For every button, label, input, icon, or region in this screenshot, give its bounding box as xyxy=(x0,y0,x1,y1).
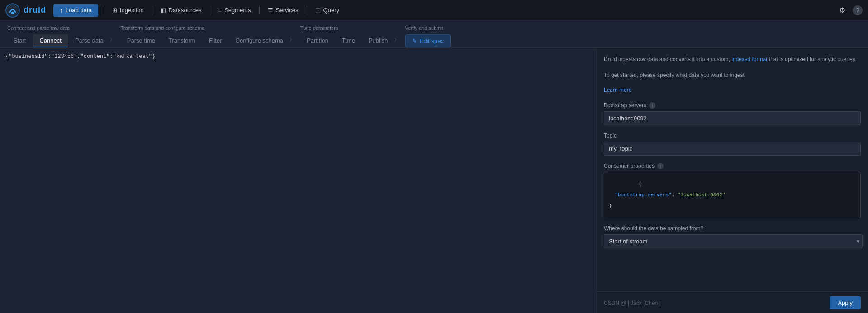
settings-button[interactable]: ⚙ xyxy=(837,4,847,16)
code-key: "bootstrap.servers" xyxy=(615,192,671,198)
tab-configure-schema[interactable]: Configure schema xyxy=(229,34,290,47)
tab-connect[interactable]: Connect xyxy=(33,34,67,47)
info-paragraph: Druid ingests raw data and converts it i… xyxy=(604,55,861,64)
nav-services[interactable]: ☰ Services xyxy=(261,4,305,16)
tab-edit-spec[interactable]: ✎ Edit spec xyxy=(405,34,451,47)
nav-separator-4 xyxy=(259,6,260,15)
code-val: "localhost:9092" xyxy=(678,192,726,198)
footer-credit: CSDN @ | Jack_Chen | xyxy=(604,300,661,306)
indexed-format-link[interactable]: indexed format xyxy=(731,56,767,62)
section2-label: Transform data and configure schema xyxy=(121,25,289,32)
logo-text: druid xyxy=(24,5,46,15)
sample-from-group: Where should the data be sampled from? S… xyxy=(604,225,861,248)
learn-more-link[interactable]: Learn more xyxy=(604,87,861,93)
section4-label: Verify and submit xyxy=(405,25,451,32)
help-button[interactable]: ? xyxy=(853,5,863,15)
tab-publish[interactable]: Publish xyxy=(362,34,394,47)
consumer-properties-label: Consumer properties i xyxy=(604,163,861,169)
services-icon: ☰ xyxy=(268,7,273,14)
consumer-properties-code: { "bootstrap.servers": "localhost:9092" … xyxy=(604,172,861,218)
section3-label: Tune parameters xyxy=(300,25,394,32)
bootstrap-info-icon[interactable]: i xyxy=(649,102,655,109)
nav-datasources[interactable]: ◧ Datasources xyxy=(154,4,208,16)
tab-filter[interactable]: Filter xyxy=(203,34,228,47)
bootstrap-servers-group: Bootstrap servers i xyxy=(604,102,861,125)
svg-point-1 xyxy=(11,12,14,14)
top-nav: druid ↑ Load data ⊞ Ingestion ◧ Datasour… xyxy=(0,0,868,21)
info-paragraph-2: To get started, please specify what data… xyxy=(604,71,861,80)
sample-from-select[interactable]: Start of stream End of stream xyxy=(604,234,863,248)
tab-tune[interactable]: Tune xyxy=(336,34,361,47)
nav-segments[interactable]: ≡ Segments xyxy=(212,4,257,16)
tab-start[interactable]: Start xyxy=(7,34,32,47)
section2-tabs: Parse time Transform Filter Configure sc… xyxy=(121,34,289,47)
consumer-properties-group: Consumer properties i { "bootstrap.serve… xyxy=(604,163,861,218)
right-panel: Druid ingests raw data and converts it i… xyxy=(597,48,868,313)
wizard-section-4: Verify and submit ✎ Edit spec xyxy=(405,25,451,47)
topic-input[interactable] xyxy=(604,142,861,156)
nav-separator xyxy=(104,6,104,15)
wizard-section-1: Connect and parse raw data Start Connect… xyxy=(7,25,110,47)
section1-label: Connect and parse raw data xyxy=(7,25,110,32)
topic-label: Topic xyxy=(604,133,861,139)
segments-icon: ≡ xyxy=(218,7,222,14)
section4-tabs: ✎ Edit spec xyxy=(405,34,451,47)
upload-icon: ↑ xyxy=(60,7,63,14)
consumer-properties-info-icon[interactable]: i xyxy=(657,163,664,169)
nav-ingestion[interactable]: ⊞ Ingestion xyxy=(106,4,150,16)
section1-tabs: Start Connect Parse data xyxy=(7,34,110,47)
wizard-sections: Connect and parse raw data Start Connect… xyxy=(7,25,861,47)
sample-from-row: Start of stream End of stream ▼ xyxy=(604,234,861,248)
tab-transform[interactable]: Transform xyxy=(162,34,202,47)
apply-button[interactable]: Apply xyxy=(830,296,861,309)
section3-tabs: Partition Tune Publish xyxy=(300,34,394,47)
bootstrap-label: Bootstrap servers i xyxy=(604,102,861,109)
query-icon: ◫ xyxy=(315,7,321,14)
nav-query[interactable]: ◫ Query xyxy=(309,4,346,16)
ingestion-icon: ⊞ xyxy=(112,7,117,14)
tab-partition[interactable]: Partition xyxy=(300,34,335,47)
right-panel-footer: CSDN @ | Jack_Chen | Apply xyxy=(597,291,868,313)
right-panel-content: Druid ingests raw data and converts it i… xyxy=(597,48,868,291)
tab-parse-time[interactable]: Parse time xyxy=(121,34,161,47)
section-divider-1: › xyxy=(110,25,121,47)
main-content: {"businessId":"123456","content":"kafka … xyxy=(0,48,868,313)
nav-separator-2 xyxy=(152,6,152,15)
svg-point-0 xyxy=(6,4,19,17)
wizard-section-3: Tune parameters Partition Tune Publish xyxy=(300,25,394,47)
nav-separator-5 xyxy=(307,6,307,15)
bootstrap-input[interactable] xyxy=(604,111,861,125)
section-divider-2: › xyxy=(289,25,300,47)
edit-spec-icon: ✎ xyxy=(412,38,417,44)
sample-from-label: Where should the data be sampled from? xyxy=(604,225,861,232)
load-data-button[interactable]: ↑ Load data xyxy=(53,4,98,17)
raw-data-display: {"businessId":"123456","content":"kafka … xyxy=(5,53,591,60)
wizard-section-2: Transform data and configure schema Pars… xyxy=(121,25,289,47)
section-divider-3: › xyxy=(394,25,405,47)
tab-parse-data[interactable]: Parse data xyxy=(69,34,110,47)
topic-group: Topic xyxy=(604,133,861,156)
datasources-icon: ◧ xyxy=(161,7,166,14)
logo-area: druid xyxy=(5,3,46,18)
data-panel: {"businessId":"123456","content":"kafka … xyxy=(0,48,597,313)
nav-separator-3 xyxy=(210,6,210,15)
druid-logo xyxy=(5,3,20,18)
nav-right: ⚙ ? xyxy=(837,4,863,16)
wizard-bar: Connect and parse raw data Start Connect… xyxy=(0,21,868,48)
